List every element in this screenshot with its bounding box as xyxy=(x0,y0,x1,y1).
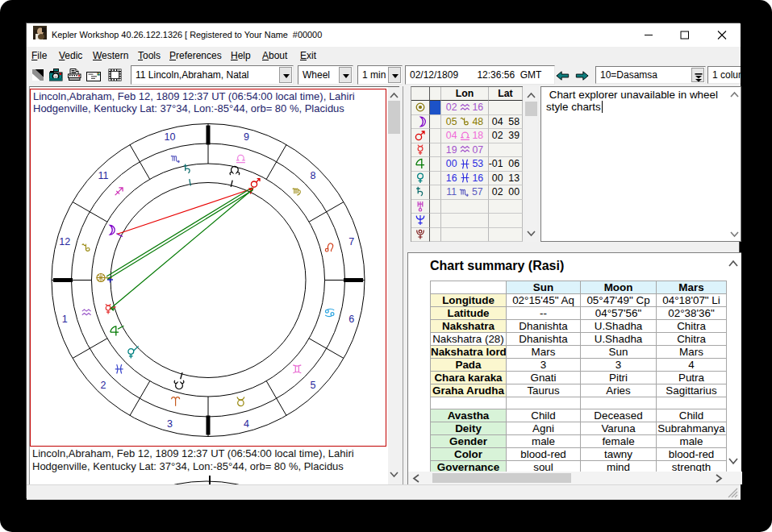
svg-text:Lincoln,Abraham, Feb 12, 1809: Lincoln,Abraham, Feb 12, 1809 12:37 UT (… xyxy=(33,90,355,102)
svg-text:6: 6 xyxy=(348,314,354,325)
svg-text:8: 8 xyxy=(311,170,316,181)
svg-text:4: 4 xyxy=(244,418,249,430)
svg-text:2: 2 xyxy=(100,380,106,391)
svg-text:12: 12 xyxy=(59,236,70,247)
svg-text:Hodgenville, Kentucky Lat: 37°: Hodgenville, Kentucky Lat: 37°34, Lon:-8… xyxy=(32,460,344,472)
svg-text:9: 9 xyxy=(244,131,249,143)
svg-text:Hodgenville, Kentucky Lat: 37°: Hodgenville, Kentucky Lat: 37°34, Lon:-8… xyxy=(33,102,344,114)
svg-text:10: 10 xyxy=(164,131,175,143)
svg-text:11: 11 xyxy=(98,170,108,181)
svg-text:1: 1 xyxy=(62,314,68,325)
svg-text:5: 5 xyxy=(311,380,316,391)
svg-text:Lincoln,Abraham, Feb 12, 1809: Lincoln,Abraham, Feb 12, 1809 12:37 UT (… xyxy=(32,447,354,459)
svg-text:3: 3 xyxy=(167,418,173,430)
svg-text:7: 7 xyxy=(348,236,354,247)
